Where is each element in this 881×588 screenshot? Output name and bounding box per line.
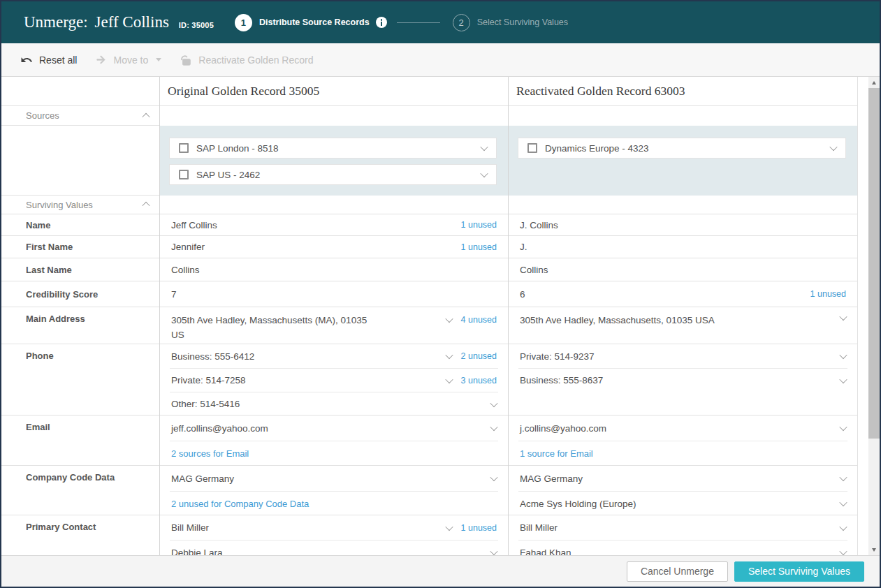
source-for-email-link[interactable]: 1 source for Email [520, 448, 593, 459]
original-record-title: Original Golden Record 35005 [160, 77, 508, 106]
wizard-stepper: 1 Distribute Source Records 2 Select Sur… [235, 14, 568, 31]
value-row-main-address: 305th Ave Hadley, Massachusetts (MA), 01… [160, 307, 508, 344]
scroll-gutter [858, 77, 868, 555]
source-checkbox[interactable] [179, 170, 189, 179]
field-label-row: Name [1, 214, 159, 236]
reactivate-golden-record-button[interactable]: Reactivate Golden Record [180, 54, 313, 66]
field-label-main-address: Main Address [26, 314, 85, 324]
value-row-credibility-score: 6 1 unused [509, 281, 857, 307]
reactivate-record-icon [180, 54, 192, 66]
collapse-sources-icon[interactable] [142, 112, 150, 120]
move-to-button[interactable]: Move to [95, 54, 161, 66]
sources-for-email-link[interactable]: 2 sources for Email [171, 448, 249, 459]
field-label-row: Email [1, 416, 159, 466]
unused-link[interactable]: 1 unused [461, 523, 497, 533]
value-expand-icon[interactable] [839, 473, 847, 481]
sidebar-section-sources[interactable]: Sources [1, 106, 159, 126]
source-expand-icon[interactable] [829, 143, 837, 151]
value-expand-icon[interactable] [445, 315, 453, 323]
source-expand-icon[interactable] [480, 143, 488, 151]
sidebar: Sources Surviving Values Name First Name… [1, 77, 160, 555]
value-expand-icon[interactable] [490, 547, 497, 555]
unused-link[interactable]: 1 unused [461, 220, 497, 230]
unused-link[interactable]: 3 unused [461, 376, 497, 385]
source-checkbox[interactable] [527, 143, 537, 153]
undo-icon [20, 54, 33, 66]
value-text: 305th Ave Hadley, Massachusetts, 01035 U… [520, 313, 715, 328]
source-record-sap-us[interactable]: SAP US - 2462 [169, 164, 497, 185]
value-text: Jeff Collins [171, 220, 217, 230]
surviving-values-section-label: Surviving Values [26, 200, 93, 210]
reset-all-label: Reset all [39, 54, 77, 66]
scroll-up-button[interactable] [868, 77, 880, 88]
arrow-right-icon [95, 54, 107, 66]
value-expand-icon[interactable] [839, 313, 847, 321]
value-expand-icon[interactable] [445, 522, 453, 530]
value-expand-icon[interactable] [490, 423, 497, 431]
value-text: Bill Miller [171, 522, 209, 533]
value-row-first-name: J. [509, 236, 857, 258]
value-text: Business: 555-6412 [171, 351, 254, 362]
value-expand-icon[interactable] [839, 547, 847, 555]
source-record-label: SAP US - 2462 [196, 170, 260, 180]
value-expand-icon[interactable] [490, 399, 497, 406]
source-expand-icon[interactable] [480, 170, 488, 177]
unused-link[interactable]: 2 unused [461, 351, 497, 361]
value-text: jeff.collins@yahoo.com [171, 423, 268, 434]
value-text: Jennifer [171, 242, 205, 252]
toolbar: Reset all Move to Reactivate Golden Reco… [1, 43, 880, 77]
vertical-scrollbar[interactable] [868, 77, 880, 555]
value-expand-icon[interactable] [839, 423, 847, 431]
unused-link[interactable]: 4 unused [461, 315, 497, 325]
step-1-circle[interactable]: 1 [235, 14, 252, 31]
field-label-row: Primary Contact [1, 515, 159, 555]
reset-all-button[interactable]: Reset all [20, 54, 77, 66]
collapse-surviving-values-icon[interactable] [142, 202, 150, 210]
value-expand-icon[interactable] [490, 473, 497, 481]
value-text: J. Collins [520, 220, 558, 230]
step-2-label: Select Surviving Values [477, 17, 568, 27]
value-text: Debbie Lara [171, 547, 223, 556]
field-label-first-name: First Name [26, 242, 73, 252]
value-text: 7 [171, 289, 177, 300]
value-row-last-name: Collins [509, 258, 857, 281]
source-record-dynamics-europe[interactable]: Dynamics Europe - 4323 [518, 138, 846, 159]
main-area: Sources Surviving Values Name First Name… [1, 77, 880, 555]
value-row-main-address: 305th Ave Hadley, Massachusetts, 01035 U… [509, 307, 857, 344]
source-record-label: SAP London - 8518 [196, 143, 279, 154]
value-expand-icon[interactable] [839, 522, 847, 530]
step-connector-line [397, 22, 440, 23]
scrollbar-thumb[interactable] [868, 88, 880, 439]
value-expand-icon[interactable] [839, 375, 847, 383]
field-label-email: Email [26, 422, 50, 432]
source-record-sap-london[interactable]: SAP London - 8518 [169, 138, 497, 159]
field-label-row: Last Name [1, 258, 159, 281]
sidebar-section-surviving-values[interactable]: Surviving Values [1, 196, 159, 214]
select-surviving-values-button[interactable]: Select Surviving Values [734, 561, 864, 582]
unused-link[interactable]: 1 unused [810, 289, 846, 299]
source-checkbox[interactable] [179, 143, 189, 153]
field-label-company-code-data: Company Code Data [26, 472, 115, 483]
value-row-primary-contact: Bill Miller Fahad Khan [509, 515, 857, 555]
scroll-down-button[interactable] [868, 544, 880, 555]
value-expand-icon[interactable] [445, 351, 453, 359]
header-bar: Unmerge: Jeff Collins ID: 35005 1 Distri… [1, 1, 880, 43]
reactivated-record-title: Reactivated Golden Record 63003 [509, 77, 857, 106]
field-label-name: Name [26, 220, 50, 230]
value-text: Acme Sys Holding (Europe) [520, 499, 636, 509]
reactivated-sources-band: Dynamics Europe - 4323 [509, 126, 857, 196]
footer-bar: Cancel Unmerge Select Surviving Values [1, 555, 880, 587]
step-1-label: Distribute Source Records [259, 17, 370, 27]
info-icon[interactable] [376, 17, 387, 28]
value-text: Bill Miller [520, 522, 558, 533]
unused-for-company-code-link[interactable]: 2 unused for Company Code Data [171, 499, 309, 509]
cancel-unmerge-button[interactable]: Cancel Unmerge [627, 561, 728, 582]
value-expand-icon[interactable] [839, 499, 847, 506]
original-record-column: Original Golden Record 35005 SAP London … [160, 77, 509, 555]
value-expand-icon[interactable] [839, 351, 847, 359]
step-2-circle[interactable]: 2 [453, 14, 470, 31]
unused-link[interactable]: 1 unused [461, 242, 497, 252]
value-expand-icon[interactable] [445, 375, 453, 383]
field-label-row: Credibility Score [1, 281, 159, 307]
unmerge-window: Unmerge: Jeff Collins ID: 35005 1 Distri… [0, 0, 881, 588]
